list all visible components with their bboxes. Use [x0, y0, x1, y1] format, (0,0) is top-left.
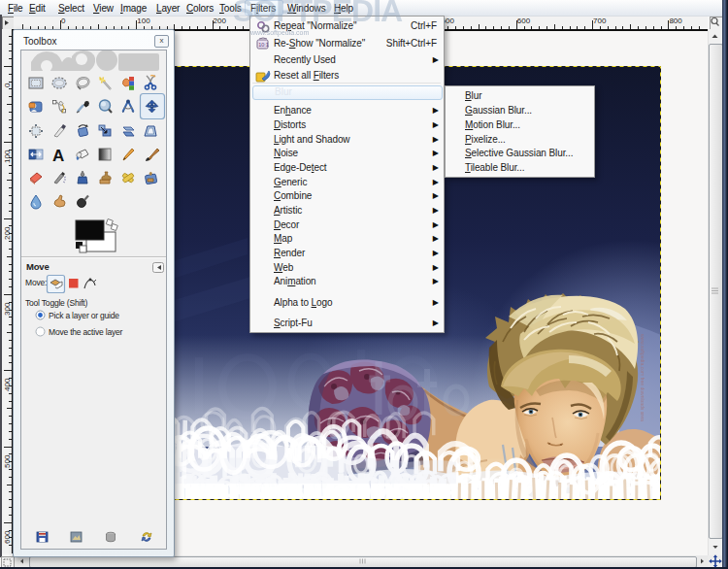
svg-text:A: A: [52, 147, 64, 165]
svg-text:Tool Toggle (Shift): Tool Toggle (Shift): [25, 298, 87, 308]
svg-text:Move the active layer: Move the active layer: [49, 327, 122, 337]
svg-text:Move:: Move:: [25, 278, 47, 287]
svg-text:10:1: 10:1: [258, 42, 269, 48]
svg-text:Pick a layer or guide: Pick a layer or guide: [49, 311, 119, 320]
svg-text:Move: Move: [26, 261, 49, 272]
